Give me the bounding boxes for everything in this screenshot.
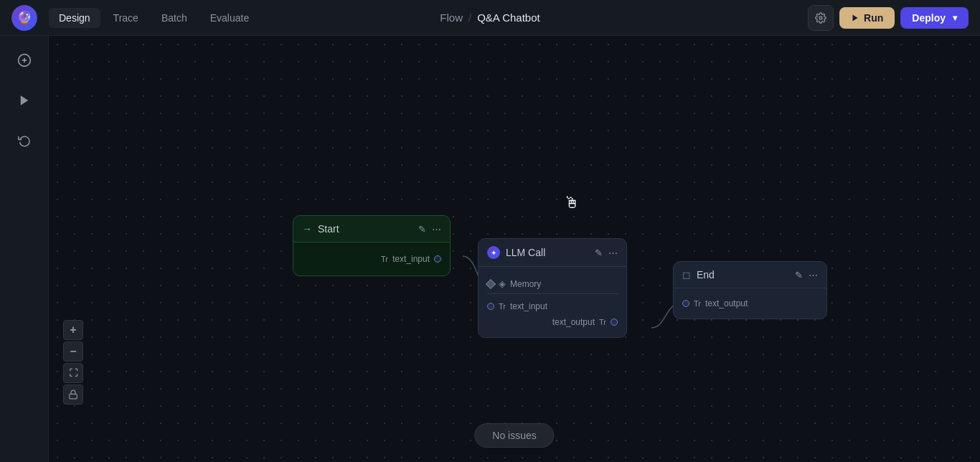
end-more-icon[interactable]: ⋯ xyxy=(809,270,818,280)
start-node-icon: → xyxy=(302,223,312,235)
run-sidebar-button[interactable] xyxy=(11,88,37,113)
end-node-header: ◻ End ✎ ⋯ xyxy=(674,262,826,288)
llm-node-icon: ✦ xyxy=(487,246,500,259)
settings-button[interactable] xyxy=(808,5,834,31)
nav-tabs: Design Trace Batch Evaluate xyxy=(49,8,259,28)
app-logo: 🔮 xyxy=(11,5,37,31)
cursor: 🖱 xyxy=(564,194,580,212)
svg-point-0 xyxy=(819,16,822,19)
sidebar xyxy=(0,36,49,462)
tab-trace[interactable]: Trace xyxy=(103,8,149,28)
svg-marker-1 xyxy=(853,14,858,21)
llm-node-title-group: ✦ LLM Call xyxy=(487,246,545,259)
llm-input-label: text_input xyxy=(510,301,547,311)
flow-canvas[interactable]: → Start ✎ ⋯ Tr text_input ✦ xyxy=(49,36,980,462)
llm-node-title: LLM Call xyxy=(506,247,545,258)
breadcrumb: Flow / Q&A Chatbot xyxy=(440,11,540,24)
end-input-port: Tr text_output xyxy=(682,296,818,311)
end-node-title-group: ◻ End xyxy=(682,269,715,280)
zoom-out-button[interactable]: − xyxy=(63,341,83,362)
end-input-label: text_output xyxy=(705,298,748,308)
end-node-icon: ◻ xyxy=(682,269,691,280)
llm-node[interactable]: ✦ LLM Call ✎ ⋯ ◈ Memory Tr text_input xyxy=(478,238,627,338)
breadcrumb-separator: / xyxy=(468,11,471,24)
end-input-type-icon: Tr xyxy=(694,299,701,308)
svg-rect-6 xyxy=(70,394,77,398)
zoom-lock-button[interactable] xyxy=(63,385,83,405)
zoom-fit-button[interactable]: ⛶ xyxy=(63,363,83,383)
breadcrumb-current: Q&A Chatbot xyxy=(477,11,540,24)
llm-memory-port xyxy=(486,278,496,288)
add-node-button[interactable] xyxy=(11,47,37,73)
llm-port-dot-in xyxy=(487,303,494,310)
llm-output-type-icon: Tr xyxy=(599,318,606,326)
memory-icon: ◈ xyxy=(499,278,506,289)
status-bar: No issues xyxy=(474,423,554,448)
header-left: 🔮 Design Trace Batch Evaluate xyxy=(11,5,259,31)
llm-memory-label: Memory xyxy=(510,279,541,289)
run-button[interactable]: Run xyxy=(839,7,895,29)
start-output-port: Tr text_input xyxy=(302,251,441,267)
start-node-body: Tr text_input xyxy=(293,242,450,275)
status-text: No issues xyxy=(492,430,536,441)
start-more-icon[interactable]: ⋯ xyxy=(432,224,441,235)
tab-evaluate[interactable]: Evaluate xyxy=(200,8,259,28)
breadcrumb-parent[interactable]: Flow xyxy=(440,11,463,24)
zoom-in-button[interactable]: + xyxy=(63,320,83,340)
start-node-title-group: → Start xyxy=(302,223,339,235)
llm-more-icon[interactable]: ⋯ xyxy=(608,248,618,258)
llm-node-actions: ✎ ⋯ xyxy=(595,248,618,258)
llm-output-label: text_output xyxy=(552,317,595,327)
zoom-controls: + − ⛶ xyxy=(63,320,83,405)
svg-marker-5 xyxy=(20,95,28,105)
header-right: Run Deploy ▾ xyxy=(808,5,969,31)
llm-input-port: Tr text_input xyxy=(487,298,618,314)
logo-image: 🔮 xyxy=(11,5,37,31)
tab-batch[interactable]: Batch xyxy=(151,8,197,28)
start-port-label: text_input xyxy=(392,254,430,264)
main-layout: → Start ✎ ⋯ Tr text_input ✦ xyxy=(0,36,980,462)
end-node-title: End xyxy=(697,269,715,280)
llm-edit-icon[interactable]: ✎ xyxy=(595,248,603,258)
llm-node-body: ◈ Memory Tr text_input text_output Tr xyxy=(479,267,626,337)
llm-input-type-icon: Tr xyxy=(499,302,506,311)
start-edit-icon[interactable]: ✎ xyxy=(418,224,426,235)
llm-node-header: ✦ LLM Call ✎ ⋯ xyxy=(479,239,626,267)
end-edit-icon[interactable]: ✎ xyxy=(795,270,803,280)
deploy-button[interactable]: Deploy ▾ xyxy=(900,7,969,29)
start-port-dot-out xyxy=(434,255,441,263)
llm-port-dot-out xyxy=(611,319,618,326)
start-node-header: → Start ✎ ⋯ xyxy=(293,216,450,242)
start-node-title: Start xyxy=(318,223,339,235)
history-button[interactable] xyxy=(11,128,37,154)
end-node[interactable]: ◻ End ✎ ⋯ Tr text_output xyxy=(673,261,827,319)
llm-memory-row: ◈ Memory xyxy=(487,274,618,294)
start-node-actions: ✎ ⋯ xyxy=(418,224,441,235)
end-port-dot-in xyxy=(682,300,689,307)
start-node[interactable]: → Start ✎ ⋯ Tr text_input xyxy=(293,215,451,276)
end-node-actions: ✎ ⋯ xyxy=(795,270,818,280)
start-port-type-icon: Tr xyxy=(381,255,388,263)
llm-output-port: text_output Tr xyxy=(487,314,618,330)
tab-design[interactable]: Design xyxy=(49,8,100,28)
header: 🔮 Design Trace Batch Evaluate Flow / Q&A… xyxy=(0,0,980,36)
end-node-body: Tr text_output xyxy=(674,288,826,319)
